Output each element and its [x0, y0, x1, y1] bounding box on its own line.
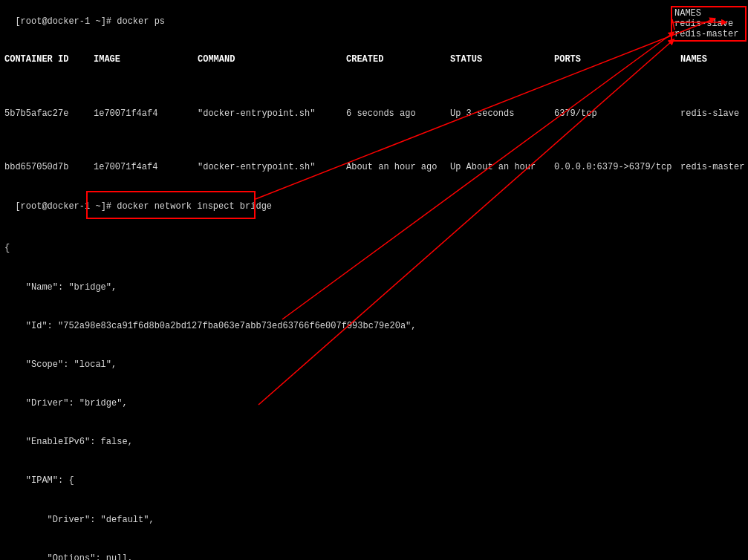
row1-ports: 6379/tcp	[554, 108, 680, 119]
json-line-08: "Driver": "default",	[4, 514, 744, 527]
header-ports: PORTS	[554, 54, 680, 65]
row1-status: Up 3 seconds	[450, 108, 554, 119]
subnet-annotation-box	[86, 191, 256, 219]
json-line-03: "Id": "752a98e83ca91f6d8b0a2bd127fba063e…	[4, 320, 744, 333]
table-row: bbd657050d7b 1e70071f4af4 "docker-entryp…	[4, 161, 744, 173]
header-status: STATUS	[450, 54, 554, 65]
table-header: CONTAINER ID IMAGE COMMAND CREATED STATU…	[4, 53, 744, 66]
names-annotation-box: NAMES redis-slave redis-master	[671, 6, 747, 42]
prompt-docker-ps: [root@docker-1 ~]# docker ps	[15, 16, 165, 27]
json-line-01: {	[4, 242, 744, 255]
names-value-1: redis-slave	[674, 19, 743, 29]
row1-container: 5b7b5afac27e	[4, 108, 94, 119]
json-line-05: "Driver": "bridge",	[4, 397, 744, 410]
row2-container: bbd657050d7b	[4, 162, 94, 172]
row2-ports: 0.0.0.0:6379->6379/tcp	[554, 162, 680, 172]
row2-created: About an hour ago	[346, 162, 450, 172]
json-line-04: "Scope": "local",	[4, 359, 744, 371]
row2-command: "docker-entrypoint.sh"	[198, 162, 346, 172]
row1-command: "docker-entrypoint.sh"	[198, 108, 346, 119]
header-container: CONTAINER ID	[4, 54, 94, 65]
header-command: COMMAND	[198, 54, 346, 65]
row1-created: 6 seconds ago	[346, 108, 450, 119]
row1-names: redis-slave	[680, 108, 748, 119]
row2-image: 1e70071f4af4	[94, 162, 198, 172]
json-line-02: "Name": "bridge",	[4, 281, 744, 294]
names-value-2: redis-master	[674, 29, 743, 39]
row2-names: redis-master	[680, 162, 748, 172]
terminal: [root@docker-1 ~]# docker ps	[0, 0, 748, 32]
json-line-07: "IPAM": {	[4, 475, 744, 487]
names-header: NAMES	[674, 8, 743, 19]
header-created: CREATED	[346, 54, 450, 65]
header-image: IMAGE	[94, 54, 198, 65]
header-names: NAMES	[680, 54, 748, 65]
json-line-06: "EnableIPv6": false,	[4, 436, 744, 449]
row1-image: 1e70071f4af4	[94, 108, 198, 119]
json-line-09: "Options": null,	[4, 553, 744, 560]
table-row: 5b7b5afac27e 1e70071f4af4 "docker-entryp…	[4, 108, 744, 120]
row2-status: Up About an hour	[450, 162, 554, 172]
